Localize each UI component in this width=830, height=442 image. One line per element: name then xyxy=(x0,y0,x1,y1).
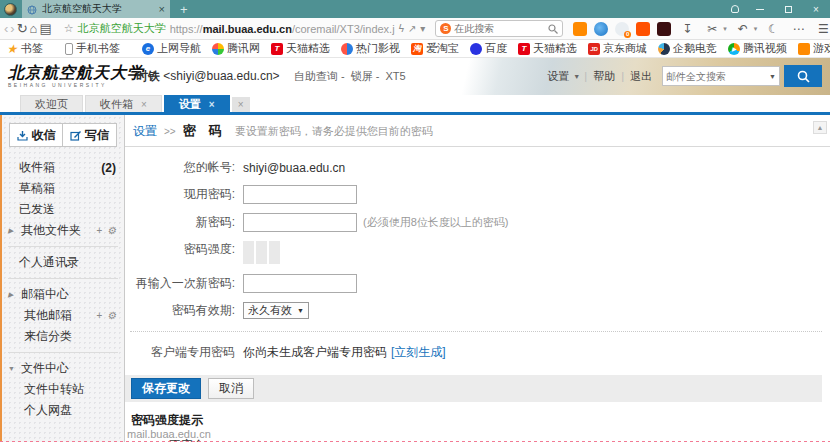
scissors-caret-icon[interactable]: ▾ xyxy=(723,25,727,33)
tab-settings[interactable]: 设置× xyxy=(164,95,230,112)
sidebar-item-file-center[interactable]: ▼ 文件中心 xyxy=(2,358,124,379)
bookmark-item[interactable]: 游戏中心 xyxy=(798,41,830,56)
validity-select[interactable]: 永久有效 ▼ xyxy=(243,302,309,319)
bookmark-item[interactable]: 企鹅电竞 xyxy=(658,41,717,56)
browser-search-input[interactable] xyxy=(454,23,545,34)
lock-screen-link[interactable]: 锁屏 xyxy=(351,70,373,82)
search-engine-icon[interactable]: S xyxy=(440,23,451,34)
sidebar-item-netdisk[interactable]: 个人网盘 xyxy=(2,400,124,421)
chevron-down-icon[interactable]: ▼ xyxy=(8,365,16,372)
bookmark-item[interactable]: 百度 xyxy=(470,41,507,56)
tab-inbox[interactable]: 收件箱× xyxy=(85,95,162,112)
library-button[interactable]: ▤ xyxy=(39,19,51,39)
bookmark-star-icon[interactable]: ☆ xyxy=(64,22,74,35)
sidebar-item-contacts[interactable]: 个人通讯录 xyxy=(2,252,124,273)
url-text[interactable]: https://mail.buaa.edu.cn/coremail/XT3/in… xyxy=(170,23,395,35)
xt5-link[interactable]: XT5 xyxy=(385,70,405,82)
chevron-right-icon[interactable]: ▶ xyxy=(8,227,16,235)
repeat-password-input[interactable] xyxy=(243,274,357,293)
bookmark-item[interactable]: e上网导航 xyxy=(142,41,201,56)
reload-button[interactable]: ↻ xyxy=(17,19,28,39)
close-button[interactable]: × xyxy=(802,0,830,18)
screenshot-scissors-icon[interactable]: ✂ xyxy=(703,22,721,36)
bookmark-item[interactable]: ★书签 xyxy=(6,41,43,56)
profile-icon[interactable] xyxy=(724,0,746,18)
search-icon[interactable] xyxy=(548,24,558,34)
mail-search-box[interactable]: ▼ xyxy=(662,66,780,86)
logout-link[interactable]: 退出 xyxy=(630,69,652,84)
restore-button[interactable] xyxy=(774,0,802,18)
tab-close-icon[interactable]: × xyxy=(209,99,215,110)
chevron-right-icon[interactable]: ▶ xyxy=(8,291,16,299)
bookmark-item[interactable]: 热门影视 xyxy=(341,41,400,56)
reader-extension-icon[interactable] xyxy=(657,22,671,36)
sidebar-item-drafts[interactable]: 草稿箱 xyxy=(2,178,124,199)
bird-extension-icon[interactable] xyxy=(594,22,608,36)
forward-button[interactable]: › xyxy=(10,19,14,39)
add-folder-icon[interactable]: + xyxy=(96,225,102,236)
minimize-button[interactable] xyxy=(746,0,774,18)
browser-logo-icon[interactable] xyxy=(4,3,17,16)
night-mode-icon[interactable]: ☾ xyxy=(764,22,782,36)
browser-search-box[interactable]: S xyxy=(435,20,563,37)
bookmark-item[interactable]: ▶腾讯视频 xyxy=(728,41,787,56)
search-scope-caret-icon[interactable]: ▼ xyxy=(769,73,776,80)
tab-close-icon[interactable]: × xyxy=(159,3,165,15)
bookmark-item[interactable]: T天猫精选 xyxy=(271,41,330,56)
sidebar-item-mail-classify[interactable]: 来信分类 xyxy=(2,326,124,347)
shopping-extension-icon[interactable] xyxy=(636,22,650,36)
current-password-row: 现用密码: xyxy=(125,185,830,204)
address-bar[interactable]: ☆ 北京航空航天大学 https://mail.buaa.edu.cn/core… xyxy=(62,21,428,36)
penguin-esports-icon xyxy=(658,43,670,55)
cancel-button[interactable]: 取消 xyxy=(208,378,254,399)
game-center-extension-icon[interactable] xyxy=(573,22,587,36)
tab-welcome[interactable]: 欢迎页 xyxy=(20,95,83,112)
url-dropdown-icon[interactable]: ▾ xyxy=(420,23,425,34)
settings-caret-icon[interactable]: ▼ xyxy=(573,73,580,80)
breadcrumb-settings-link[interactable]: 设置 xyxy=(133,123,157,140)
qq-extension-icon[interactable]: 0 xyxy=(615,22,629,36)
undo-caret-icon[interactable]: ▾ xyxy=(754,25,758,33)
current-password-input[interactable] xyxy=(243,185,357,204)
header-controls: 设置 ▼ | 帮助 | 退出 ▼ xyxy=(545,65,822,87)
tab-stub[interactable]: × xyxy=(232,97,250,112)
mail-search-input[interactable] xyxy=(666,71,769,82)
scroll-up-arrow[interactable]: ▲ xyxy=(813,121,827,134)
browser-tab[interactable]: 北京航空航天大学 × xyxy=(22,0,170,18)
bookmark-item[interactable]: JD京东商城 xyxy=(588,41,647,56)
save-changes-button[interactable]: 保存更改 xyxy=(131,378,201,399)
compose-mail-button[interactable]: 写信 xyxy=(63,123,117,147)
page-action-share-icon[interactable]: ↗ xyxy=(408,23,416,34)
page-action-lightning-icon[interactable]: ϟ xyxy=(399,23,404,34)
history-undo-icon[interactable]: ↶ xyxy=(734,22,752,36)
back-button[interactable]: ‹ xyxy=(4,19,8,39)
sidebar-item-sent[interactable]: 已发送 xyxy=(2,199,124,220)
gear-icon[interactable]: ⚙ xyxy=(107,310,116,321)
sidebar-item-other-folders[interactable]: ▶ 其他文件夹 +⚙ xyxy=(2,220,124,241)
bookmark-item[interactable]: 手机书签 xyxy=(65,41,120,56)
new-password-input[interactable] xyxy=(243,213,357,232)
generate-now-link[interactable]: [立刻生成] xyxy=(391,344,446,361)
sidebar-item-file-transfer[interactable]: 文件中转站 xyxy=(2,379,124,400)
help-link[interactable]: 帮助 xyxy=(593,69,615,84)
mail-search-button[interactable] xyxy=(784,65,822,87)
overflow-menu-icon[interactable]: ⋯ xyxy=(789,22,807,36)
home-button[interactable]: ⌂ xyxy=(30,19,38,39)
gear-icon[interactable]: ⚙ xyxy=(107,225,116,236)
receive-mail-button[interactable]: 收信 xyxy=(9,123,63,147)
bookmark-item[interactable]: T天猫精选 xyxy=(518,41,577,56)
sidebar-item-mail-center[interactable]: ▶ 邮箱中心 xyxy=(2,284,124,305)
new-tab-button[interactable]: + xyxy=(180,3,188,16)
bookmark-item[interactable]: 腾讯网 xyxy=(212,41,260,56)
site-identity[interactable]: 北京航空航天大学 xyxy=(78,21,166,36)
tab-close-icon[interactable]: × xyxy=(141,99,147,110)
self-service-link[interactable]: 自助查询 xyxy=(294,70,338,82)
menu-icon[interactable]: ☰ xyxy=(814,22,830,36)
downloads-icon[interactable]: ↧ xyxy=(678,22,696,36)
settings-link[interactable]: 设置 xyxy=(547,69,569,84)
sidebar-item-other-accounts[interactable]: 其他邮箱 +⚙ xyxy=(2,305,124,326)
bookmark-item[interactable]: 淘爱淘宝 xyxy=(411,41,459,56)
add-account-icon[interactable]: + xyxy=(96,310,102,321)
bookmark-label: 百度 xyxy=(485,41,507,56)
sidebar-item-inbox[interactable]: 收件箱(2) xyxy=(2,157,124,178)
